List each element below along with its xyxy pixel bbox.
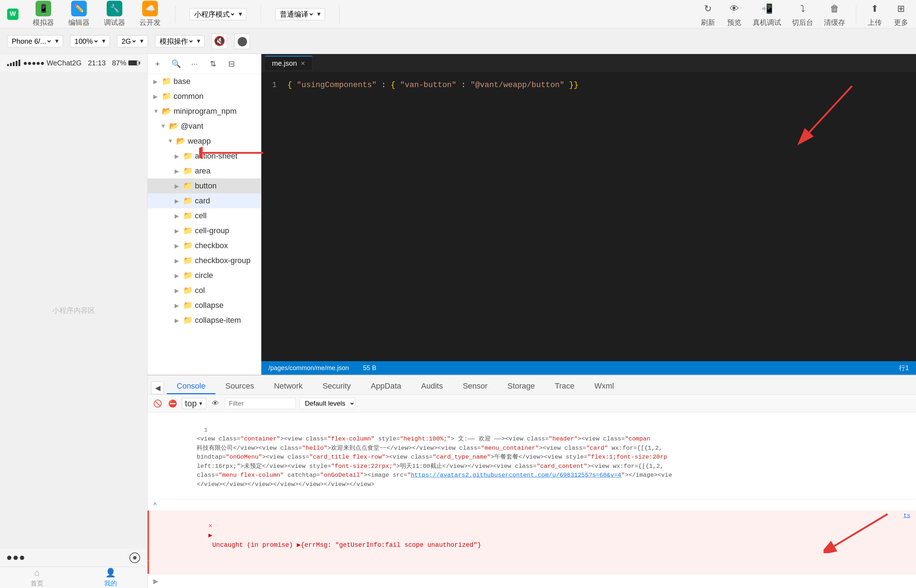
tree-item-action-sheet[interactable]: ▶ 📁 action-sheet: [147, 149, 261, 163]
battery-percent: 87%: [112, 59, 126, 67]
tree-item-collapse[interactable]: ▶ 📁 collapse: [147, 298, 261, 313]
console-input[interactable]: [162, 577, 910, 585]
devtools-tab-wxml[interactable]: Wxml: [585, 379, 624, 394]
upload-button[interactable]: ⬆ 上传: [867, 1, 882, 27]
stop-on-error-button[interactable]: ⛔: [167, 398, 178, 409]
phone-nav-bar: ⌂ 首页 👤 我的: [0, 567, 147, 588]
simulator-button[interactable]: 📱 模拟器: [33, 1, 54, 27]
home-circle-button[interactable]: [129, 552, 140, 563]
simulate-action-selector[interactable]: 模拟操作 ▼: [155, 35, 205, 47]
screenshot-button[interactable]: ⬤: [234, 34, 250, 49]
storage-tab-label: Storage: [507, 381, 535, 391]
compile-selector[interactable]: 普通编译 ▼: [275, 8, 325, 20]
tree-item-area[interactable]: ▶ 📁 area: [147, 163, 261, 178]
preview-button[interactable]: 👁 预览: [727, 1, 742, 27]
collapse-file-button[interactable]: ⊟: [225, 58, 238, 70]
network-selector[interactable]: 2G ▼: [117, 35, 148, 47]
debugger-button[interactable]: 🔧 调试器: [104, 1, 125, 27]
eye-button[interactable]: 👁: [210, 398, 221, 409]
search-file-button[interactable]: 🔍: [170, 58, 183, 70]
devtools-left-arrow[interactable]: ◀: [151, 381, 164, 394]
compile-select[interactable]: 普通编译: [278, 10, 314, 18]
divider1: [175, 5, 175, 23]
tree-item-miniprogram-npm[interactable]: ▼ 📂 miniprogram_npm: [147, 104, 261, 119]
file-tree-toolbar: + 🔍 ··· ⇅ ⊟: [147, 54, 261, 74]
phone-model-select[interactable]: Phone 6/...: [10, 37, 52, 45]
editor-button[interactable]: ✏️ 编辑器: [68, 1, 90, 27]
security-tab-label: Security: [323, 381, 351, 391]
devtools-tab-sensor[interactable]: Sensor: [453, 379, 498, 394]
tree-item-base[interactable]: ▶ 📁 base: [147, 74, 261, 89]
phone-status-bar: ●●●●● WeChat2G 21:13 87%: [0, 54, 147, 72]
debugger-icon: 🔧: [107, 1, 122, 16]
phone-nav-me[interactable]: 👤 我的: [104, 568, 117, 588]
more-label: 更多: [894, 18, 908, 27]
devtools-tab-security[interactable]: Security: [313, 379, 360, 394]
avatar-link[interactable]: https://avatars2.githubusercontent.com/u…: [411, 472, 621, 478]
tree-item-checkbox-group[interactable]: ▶ 📁 checkbox-group: [147, 253, 261, 268]
signal-icon: [7, 60, 20, 66]
tree-item-collapse-item[interactable]: ▶ 📁 collapse-item: [147, 313, 261, 328]
card-folder-icon: 📁: [183, 196, 193, 205]
tree-item-cell-group[interactable]: ▶ 📁 cell-group: [147, 223, 261, 238]
devtools-tab-sources[interactable]: Sources: [215, 379, 264, 394]
console-filter-input[interactable]: [225, 398, 296, 409]
error-icon-1: ✕: [208, 522, 212, 529]
devtools-toolbar: 🚫 ⛔ top ▼ 👁 Default levels Verbose Info …: [147, 394, 916, 412]
miniprogram-npm-label: miniprogram_npm: [173, 107, 236, 116]
toolbar-simulator[interactable]: 📱 模拟器: [33, 1, 54, 27]
realtest-button[interactable]: 📲 真机调试: [753, 1, 781, 27]
tab-close-button[interactable]: ✕: [300, 60, 305, 67]
tree-item-cell[interactable]: ▶ 📁 cell: [147, 208, 261, 223]
refresh-button[interactable]: ↻ 刷新: [700, 1, 716, 27]
tree-item-circle[interactable]: ▶ 📁 circle: [147, 268, 261, 283]
devtools-tab-audits[interactable]: Audits: [411, 379, 453, 394]
clear-console-button[interactable]: 🚫: [152, 398, 163, 409]
cutoff-button[interactable]: ⤵ 切后台: [792, 1, 813, 27]
toolbar-editor[interactable]: ✏️ 编辑器: [68, 1, 90, 27]
editor-tab-me-json[interactable]: me.json ✕: [265, 56, 313, 70]
network-select[interactable]: 2G: [120, 37, 137, 45]
devtools-tab-storage[interactable]: Storage: [498, 379, 545, 394]
more-button[interactable]: ⊞ 更多: [893, 1, 909, 27]
mode-select[interactable]: 小程序模式: [193, 10, 236, 18]
cloud-button[interactable]: ☁️ 云开发: [139, 1, 161, 27]
tree-item-common[interactable]: ▶ 📁 common: [147, 89, 261, 104]
phone-model-selector[interactable]: Phone 6/... ▼: [7, 35, 63, 47]
zoom-selector[interactable]: 100% ▼: [70, 35, 110, 47]
level-select[interactable]: Default levels Verbose Info Warnings Err…: [299, 398, 355, 409]
tree-item-col[interactable]: ▶ 📁 col: [147, 283, 261, 298]
collapse-label: collapse: [195, 301, 224, 310]
add-file-button[interactable]: +: [151, 58, 164, 70]
tree-item-vant[interactable]: ▼ 📂 @vant: [147, 119, 261, 134]
home-nav-icon: ⌂: [34, 568, 39, 578]
devtools-tab-trace[interactable]: Trace: [545, 379, 584, 394]
context-selector[interactable]: top ▼: [182, 398, 206, 409]
zoom-select[interactable]: 100%: [73, 37, 99, 45]
sound-toggle-button[interactable]: 🔇: [212, 34, 227, 49]
devtools-tab-console[interactable]: Console: [167, 379, 215, 394]
top-file-editor: + 🔍 ··· ⇅ ⊟ ▶ 📁 base: [147, 54, 916, 375]
upload-label: 上传: [868, 18, 882, 27]
vant-arrow: ▼: [160, 123, 167, 129]
devtools-tab-appdata[interactable]: AppData: [361, 379, 412, 394]
devtools-panel: ◀ Console Sources Network Security AppDa…: [147, 375, 916, 588]
tree-item-checkbox[interactable]: ▶ 📁 checkbox: [147, 238, 261, 253]
phone-model-dropdown-icon: ▼: [54, 38, 60, 44]
tree-item-weapp[interactable]: ▼ 📂 weapp: [147, 134, 261, 149]
sort-file-button[interactable]: ⇅: [207, 58, 220, 70]
clear-cache-button[interactable]: 🗑 清缓存: [824, 1, 845, 27]
tree-item-card[interactable]: ▶ 📁 card: [147, 194, 261, 208]
toolbar-cloud[interactable]: ☁️ 云开发: [139, 1, 161, 27]
phone-nav-home[interactable]: ⌂ 首页: [31, 568, 44, 588]
phone-time: 21:13: [88, 59, 106, 67]
devtools-tab-network[interactable]: Network: [264, 379, 313, 394]
more-file-button[interactable]: ···: [188, 58, 201, 70]
tree-item-button[interactable]: ▶ 📁 button: [147, 178, 261, 194]
checkbox-group-arrow: ▶: [174, 257, 181, 264]
simulate-action-select[interactable]: 模拟操作: [158, 37, 194, 45]
wechat-logo: W: [7, 8, 18, 20]
toolbar-debugger[interactable]: 🔧 调试器: [104, 1, 125, 27]
error-1-source-link[interactable]: ts: [903, 512, 910, 560]
mode-selector[interactable]: 小程序模式 ▼: [189, 8, 246, 20]
